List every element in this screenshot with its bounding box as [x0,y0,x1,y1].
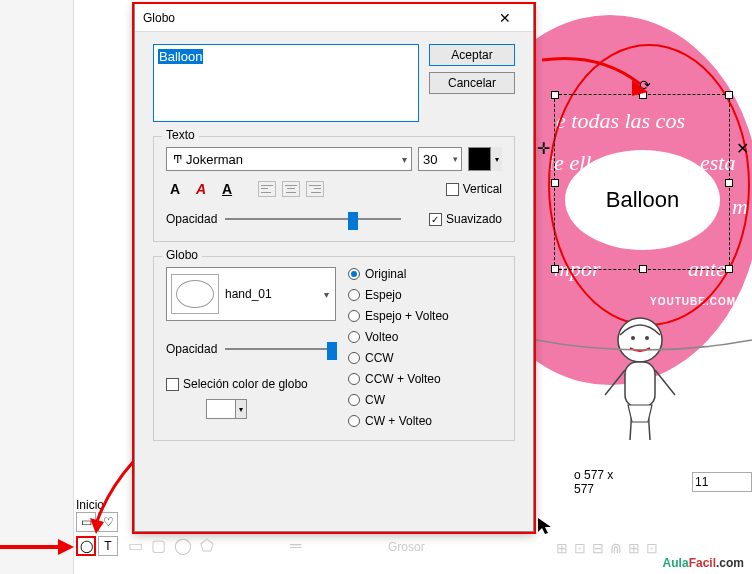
icon-5[interactable]: ⊞ [628,540,640,556]
svg-point-2 [631,336,635,340]
tool-heart-icon[interactable]: ♡ [98,512,118,532]
cursor-icon [536,516,556,536]
shape-name: hand_01 [225,287,272,301]
chevron-down-icon: ▾ [490,147,502,171]
close-button[interactable]: ✕ [485,6,525,30]
dialog-titlebar[interactable]: Globo ✕ [135,4,533,32]
left-toolbar-strip [0,0,74,574]
align-right-icon[interactable] [306,181,324,197]
font-color-button[interactable]: ▾ [468,147,502,171]
orientation-radio[interactable]: Original [348,267,449,281]
shape-roundrect-icon[interactable]: ▢ [151,536,166,555]
canvas-youtube-text: YOUTUBE.COM/YUYA [650,296,752,307]
checkbox-icon: ✓ [429,213,442,226]
tool-balloon-icon[interactable]: ◯ [76,536,96,556]
dimension-readout: o 577 x 577 [574,468,752,496]
orientation-label: CCW [365,351,394,365]
dialog-title: Globo [143,11,485,25]
orientation-label: CW + Volteo [365,414,432,428]
orientation-label: Original [365,267,406,281]
shape-poly-icon[interactable]: ⬠ [200,536,214,555]
tool-text-icon[interactable]: T [98,536,118,556]
opacity-label: Opacidad [166,212,217,226]
orientation-radio[interactable]: Espejo [348,288,449,302]
font-name: Jokerman [186,152,243,167]
align-left-icon[interactable] [258,181,276,197]
orientation-label: Espejo [365,288,402,302]
inicio-label: Inicio [76,498,104,512]
align-center-icon[interactable] [282,181,300,197]
shape-presets: ▭ ▢ ◯ ⬠ ═ [128,536,301,555]
globe-shape-select[interactable]: hand_01 ▾ [166,267,336,321]
orientation-radio[interactable]: CCW + Volteo [348,372,449,386]
italic-icon[interactable]: A [192,181,210,197]
chevron-down-icon: ▾ [235,399,247,419]
orientation-label: Espejo + Volteo [365,309,449,323]
vertical-checkbox[interactable]: Vertical [446,182,502,196]
icon-3[interactable]: ⊟ [592,540,604,556]
orientation-radio[interactable]: CCW [348,351,449,365]
radio-icon [348,268,360,280]
svg-rect-4 [625,362,655,407]
icon-6[interactable]: ⊡ [646,540,658,556]
tool-row-2: ◯ T [76,536,118,556]
font-size-input[interactable]: 30 ▾ [418,147,462,171]
globe-color-label: Seleción color de globo [183,377,308,391]
tool-rect-icon[interactable]: ▭ [76,512,96,532]
orientation-label: Volteo [365,330,398,344]
cancel-button[interactable]: Cancelar [429,72,515,94]
grosor-label: Grosor [388,540,425,554]
svg-point-3 [645,336,649,340]
underline-icon[interactable]: A [218,181,236,197]
font-size-value: 30 [423,152,437,167]
radio-icon [348,310,360,322]
balloon-text-input[interactable]: Balloon [153,44,419,122]
canvas-selection-box[interactable]: ⟳ ✛ ✕ [554,94,730,270]
smoothing-checkbox[interactable]: ✓ Suavizado [429,212,502,226]
globo-dialog: Globo ✕ Balloon Aceptar Cancelar Texto Ͳ… [134,4,534,532]
globe-opacity-slider[interactable] [225,339,336,359]
orientation-radio[interactable]: CW [348,393,449,407]
radio-icon [348,373,360,385]
orientation-radio[interactable]: CW + Volteo [348,414,449,428]
tool-row-1: ▭ ♡ [76,512,118,532]
icon-1[interactable]: ⊞ [556,540,568,556]
text-group: Texto Ͳ Jokerman ▾ 30 ▾ ▾ A A [153,136,515,242]
line-style-icon[interactable]: ═ [290,537,301,555]
canvas-character [580,310,700,460]
chevron-down-icon: ▾ [453,154,458,164]
aulafacil-logo: AulaFacil.com [663,556,744,570]
shape-rect-icon[interactable]: ▭ [128,536,143,555]
icon-4[interactable]: ⋒ [610,540,622,556]
orientation-label: CCW + Volteo [365,372,441,386]
checkbox-icon [446,183,459,196]
accept-button[interactable]: Aceptar [429,44,515,66]
globe-group-label: Globo [162,248,202,262]
font-select[interactable]: Ͳ Jokerman ▾ [166,147,412,171]
chevron-down-icon: ▾ [324,289,329,300]
right-tool-icons: ⊞ ⊡ ⊟ ⋒ ⊞ ⊡ [556,540,658,556]
text-opacity-slider[interactable] [225,209,401,229]
dim-input[interactable] [692,472,752,492]
shape-thumbnail [171,274,219,314]
text-group-label: Texto [162,128,199,142]
svg-line-6 [655,370,675,395]
globe-group: Globo hand_01 ▾ Opacidad [153,256,515,441]
orientation-radios: OriginalEspejoEspejo + VolteoVolteoCCWCC… [348,267,449,428]
radio-icon [348,331,360,343]
bold-icon[interactable]: A [166,181,184,197]
shape-oval-icon[interactable]: ◯ [174,536,192,555]
canvas-script-text: m [732,194,748,220]
orientation-label: CW [365,393,385,407]
vertical-label: Vertical [463,182,502,196]
chevron-down-icon: ▾ [402,154,407,165]
orientation-radio[interactable]: Espejo + Volteo [348,309,449,323]
icon-2[interactable]: ⊡ [574,540,586,556]
orientation-radio[interactable]: Volteo [348,330,449,344]
globe-color-button[interactable]: ▾ [206,399,236,419]
dim-label: o 577 x 577 [574,468,628,496]
radio-icon [348,415,360,427]
checkbox-icon [166,378,179,391]
opacity-label: Opacidad [166,342,217,356]
globe-color-checkbox[interactable]: Seleción color de globo [166,377,336,391]
